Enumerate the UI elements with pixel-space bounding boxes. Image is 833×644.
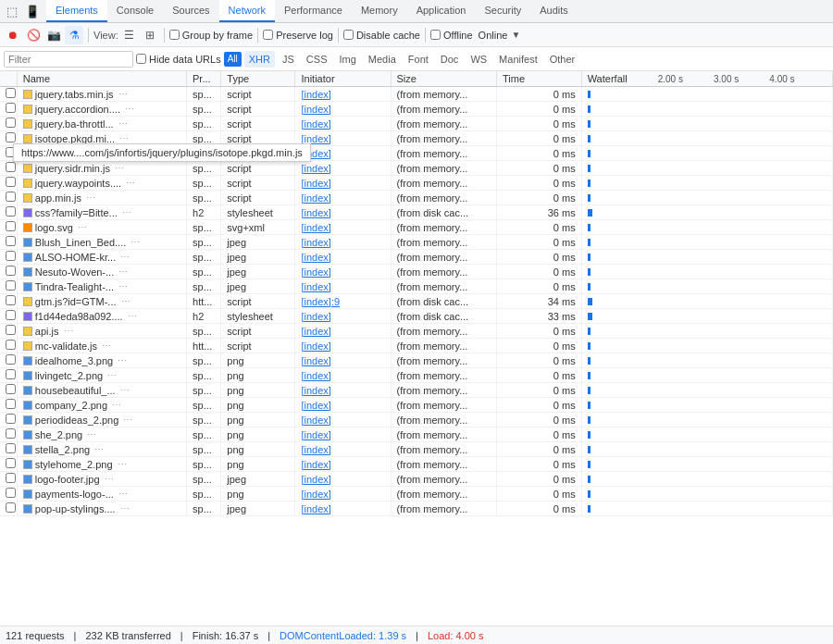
tab-application[interactable]: Application [407, 0, 476, 22]
row-initiator-link[interactable]: [index] [301, 281, 330, 292]
row-initiator-link[interactable]: [index] [301, 429, 330, 440]
row-name-cell[interactable]: pop-up-stylings.... ⋯ [17, 502, 186, 516]
row-more-icon[interactable]: ⋯ [126, 178, 135, 188]
row-checkbox[interactable] [6, 488, 16, 498]
row-initiator-link[interactable]: [index] [301, 355, 330, 366]
row-name-cell[interactable]: api.js ⋯ [17, 324, 186, 339]
row-initiator-cell[interactable]: [index] [295, 487, 391, 502]
row-initiator-cell[interactable]: [index] [295, 383, 391, 398]
tab-elements[interactable]: Elements [46, 0, 107, 22]
row-initiator-cell[interactable]: [index] [295, 442, 391, 457]
row-checkbox[interactable] [6, 310, 16, 320]
row-name-cell[interactable]: css?family=Bitte... ⋯ [17, 205, 186, 220]
filter-xhr[interactable]: XHR [244, 51, 275, 68]
row-name-cell[interactable]: stylehome_2.png ⋯ [17, 457, 186, 472]
row-name-cell[interactable]: logo.svg ⋯ [17, 220, 186, 235]
row-more-icon[interactable]: ⋯ [115, 163, 124, 173]
table-row[interactable]: jquery.accordion.... ⋯ sp... script [ind… [0, 102, 833, 117]
table-row[interactable]: logo-footer.jpg ⋯ sp... jpeg [index] (fr… [0, 472, 833, 487]
row-initiator-link[interactable]: [index]:9 [301, 296, 340, 307]
th-pr[interactable]: Pr... [187, 71, 221, 87]
row-name-cell[interactable]: housebeautiful_... ⋯ [17, 383, 186, 398]
throttle-dropdown-icon[interactable]: ▼ [511, 30, 520, 40]
row-initiator-cell[interactable]: [index] [295, 413, 391, 427]
filter-js[interactable]: JS [278, 51, 299, 68]
row-checkbox[interactable] [6, 473, 16, 483]
row-name-cell[interactable]: company_2.png ⋯ [17, 398, 186, 413]
filter-doc[interactable]: Doc [436, 51, 464, 68]
row-checkbox[interactable] [6, 369, 16, 379]
row-initiator-link[interactable]: [index] [301, 415, 330, 426]
row-initiator-link[interactable]: [index] [301, 237, 330, 248]
row-checkbox[interactable] [6, 428, 16, 439]
row-initiator-link[interactable]: [index] [301, 385, 330, 396]
table-row[interactable]: stella_2.png ⋯ sp... png [index] (from m… [0, 442, 833, 457]
row-initiator-cell[interactable]: [index] [295, 265, 391, 279]
row-name-cell[interactable]: stella_2.png ⋯ [17, 442, 186, 457]
th-name[interactable]: Name [17, 71, 186, 87]
row-more-icon[interactable]: ⋯ [128, 311, 137, 321]
row-more-icon[interactable]: ⋯ [120, 252, 130, 262]
row-more-icon[interactable]: ⋯ [118, 266, 128, 277]
row-initiator-link[interactable]: [index] [301, 444, 330, 455]
row-initiator-link[interactable]: [index] [301, 326, 330, 337]
filter-button[interactable]: ⚗ [65, 26, 83, 44]
tab-audits[interactable]: Audits [530, 0, 578, 22]
row-checkbox[interactable] [6, 340, 16, 350]
table-row[interactable]: logo.svg ⋯ sp... svg+xml [index] (from m… [0, 220, 833, 235]
row-name-cell[interactable]: payments-logo-... ⋯ [17, 487, 186, 502]
row-checkbox[interactable] [6, 414, 16, 424]
row-name-cell[interactable]: gtm.js?id=GTM-... ⋯ [17, 294, 186, 309]
disable-cache-checkbox[interactable]: Disable cache [343, 30, 420, 41]
row-checkbox[interactable] [6, 192, 16, 202]
row-more-icon[interactable]: ⋯ [131, 237, 140, 247]
filter-css[interactable]: CSS [302, 51, 332, 68]
filter-font[interactable]: Font [404, 51, 433, 68]
row-more-icon[interactable]: ⋯ [102, 341, 111, 351]
row-initiator-cell[interactable]: [index] [295, 235, 391, 250]
row-initiator-link[interactable]: [index] [301, 178, 330, 189]
row-name-cell[interactable]: jquery.waypoints.... ⋯ [17, 176, 186, 191]
row-initiator-link[interactable]: [index] [301, 118, 330, 130]
row-initiator-cell[interactable]: [index] [295, 339, 391, 353]
row-checkbox[interactable] [6, 251, 16, 261]
row-initiator-cell[interactable]: [index] [295, 250, 391, 265]
row-checkbox[interactable] [6, 266, 16, 276]
tab-performance[interactable]: Performance [275, 0, 352, 22]
table-row[interactable]: app.min.js ⋯ sp... script [index] (from … [0, 191, 833, 205]
row-checkbox[interactable] [6, 221, 16, 231]
row-initiator-cell[interactable]: [index] [295, 309, 391, 324]
row-more-icon[interactable]: ⋯ [123, 415, 132, 425]
row-more-icon[interactable]: ⋯ [121, 296, 131, 306]
th-time[interactable]: Time [497, 71, 582, 87]
row-initiator-link[interactable]: [index] [301, 163, 330, 174]
row-more-icon[interactable]: ⋯ [94, 444, 104, 454]
row-checkbox[interactable] [6, 132, 16, 142]
row-checkbox[interactable] [6, 502, 16, 513]
table-row[interactable]: jquery.ba-throttl... ⋯ sp... script [ind… [0, 117, 833, 131]
row-more-icon[interactable]: ⋯ [118, 89, 128, 99]
row-name-cell[interactable]: idealhome_3.png ⋯ [17, 353, 186, 368]
table-row[interactable]: livingetc_2.png ⋯ sp... png [index] (fro… [0, 368, 833, 383]
row-initiator-link[interactable]: [index] [301, 370, 330, 381]
filter-manifest[interactable]: Manifest [494, 51, 542, 68]
table-row[interactable]: jquery.sidr.min.js ⋯ sp... script [index… [0, 161, 833, 176]
row-initiator-link[interactable]: [index] [301, 341, 330, 352]
th-type[interactable]: Type [221, 71, 295, 87]
row-initiator-link[interactable]: [index] [301, 222, 330, 233]
row-more-icon[interactable]: ⋯ [64, 326, 73, 336]
row-name-cell[interactable]: ALSO-HOME-kr... ⋯ [17, 250, 186, 265]
table-row[interactable]: pop-up-stylings.... ⋯ sp... jpeg [index]… [0, 502, 833, 516]
row-checkbox[interactable] [6, 177, 16, 187]
table-row[interactable]: mc-validate.js ⋯ htt... script [index] (… [0, 339, 833, 353]
row-checkbox[interactable] [6, 236, 16, 246]
table-row[interactable]: jquery.waypoints.... ⋯ sp... script [ind… [0, 176, 833, 191]
row-checkbox[interactable] [6, 280, 16, 291]
row-more-icon[interactable]: ⋯ [118, 459, 127, 469]
table-row[interactable]: payments-logo-... ⋯ sp... png [index] (f… [0, 487, 833, 502]
device-icon[interactable]: 📱 [22, 3, 43, 20]
table-row[interactable]: api.js ⋯ sp... script [index] (from memo… [0, 324, 833, 339]
row-initiator-link[interactable]: [index] [301, 311, 330, 322]
filter-input[interactable] [4, 51, 133, 68]
list-view-button[interactable]: ☰ [120, 26, 139, 44]
